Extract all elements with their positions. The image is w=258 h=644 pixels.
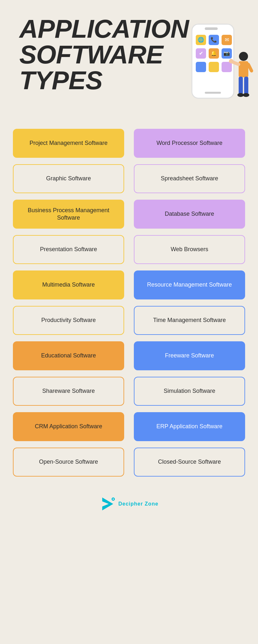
box-3: Graphic Software (13, 164, 124, 193)
phone-illustration: 🌐 📞 ✉ ✔ 🔔 📷 (189, 23, 253, 113)
svg-point-18 (239, 52, 248, 61)
svg-text:🌐: 🌐 (198, 37, 204, 43)
svg-rect-16 (222, 62, 232, 72)
title-block: APPLICATION SOFTWARE TYPES (19, 16, 189, 93)
title-line-3: TYPES (19, 68, 189, 93)
svg-text:✉: ✉ (225, 37, 229, 43)
box-1: Project Management Software (13, 129, 124, 158)
software-grid: Project Management SoftwareWord Processo… (0, 122, 258, 489)
svg-rect-22 (239, 77, 243, 94)
box-20: Closed-Source Software (134, 448, 245, 477)
svg-rect-15 (209, 62, 219, 72)
box-14: Freeware Software (134, 341, 245, 370)
box-5: Business Process Management Software (13, 200, 124, 229)
box-19: Open-Source Software (13, 448, 124, 477)
box-12: Time Management Software (134, 306, 245, 335)
title-line-1: APPLICATION (19, 16, 189, 42)
box-10: Resource Management Software (134, 270, 245, 299)
svg-rect-14 (196, 62, 206, 72)
svg-point-26 (229, 59, 233, 63)
svg-marker-27 (102, 497, 113, 510)
box-2: Word Processor Software (134, 129, 245, 158)
svg-rect-23 (244, 77, 248, 94)
box-18: ERP Application Software (134, 412, 245, 441)
box-11: Productivity Software (13, 306, 124, 335)
svg-line-21 (248, 64, 252, 71)
header-section: APPLICATION SOFTWARE TYPES 🌐 📞 ✉ ✔ 🔔 📷 (0, 0, 258, 122)
box-15: Shareware Software (13, 377, 124, 406)
svg-point-29 (113, 498, 114, 500)
footer: Decipher Zone (0, 489, 258, 522)
box-7: Presentation Software (13, 235, 124, 264)
box-8: Web Browsers (134, 235, 245, 264)
svg-point-25 (243, 93, 249, 97)
box-13: Educational Software (13, 341, 124, 370)
box-16: Simulation Software (134, 377, 245, 406)
svg-rect-17 (205, 92, 221, 94)
box-17: CRM Application Software (13, 412, 124, 441)
svg-rect-19 (239, 61, 248, 77)
svg-text:📞: 📞 (211, 37, 217, 43)
svg-rect-1 (205, 27, 218, 30)
title-line-2: SOFTWARE (19, 42, 189, 68)
box-9: Multimedia Software (13, 270, 124, 299)
svg-text:🔔: 🔔 (211, 50, 217, 56)
brand-name: Decipher Zone (118, 501, 158, 507)
svg-text:✔: ✔ (199, 51, 203, 56)
box-4: Spreadsheet Software (134, 164, 245, 193)
logo-icon (100, 496, 116, 512)
svg-text:📷: 📷 (223, 50, 230, 56)
box-6: Database Software (134, 200, 245, 229)
logo: Decipher Zone (100, 496, 158, 512)
